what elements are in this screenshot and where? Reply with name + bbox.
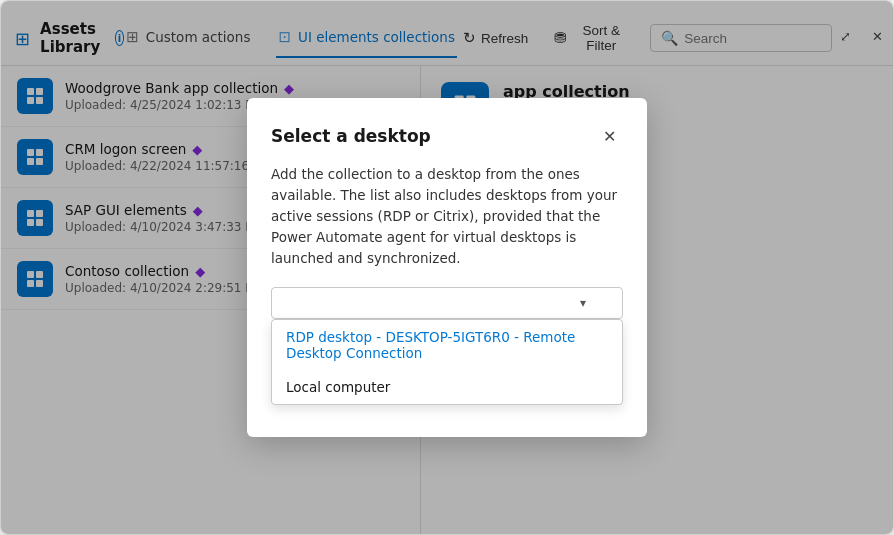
dropdown-item-local[interactable]: Local computer (272, 370, 622, 404)
modal-description: Add the collection to a desktop from the… (271, 164, 623, 269)
dropdown-menu: RDP desktop - DESKTOP-5IGT6R0 - Remote D… (271, 319, 623, 405)
modal-overlay: Select a desktop ✕ Add the collection to… (1, 1, 893, 534)
modal-close-button[interactable]: ✕ (595, 122, 623, 150)
dropdown-item-rdp[interactable]: RDP desktop - DESKTOP-5IGT6R0 - Remote D… (272, 320, 622, 370)
modal-header: Select a desktop ✕ (271, 122, 623, 150)
desktop-dropdown[interactable]: ▾ (271, 287, 623, 319)
modal-title: Select a desktop (271, 126, 431, 146)
main-window: ⊞ Assets Library i ⊞ Custom actions ⊡ UI… (0, 0, 894, 535)
select-desktop-modal: Select a desktop ✕ Add the collection to… (247, 98, 647, 437)
desktop-dropdown-wrapper: ▾ RDP desktop - DESKTOP-5IGT6R0 - Remote… (271, 287, 623, 405)
chevron-down-icon: ▾ (580, 296, 586, 310)
